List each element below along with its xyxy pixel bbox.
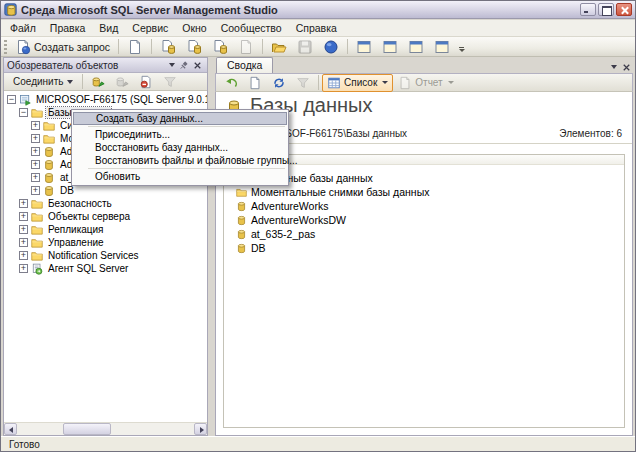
window-layout-button-4[interactable] — [429, 37, 455, 57]
database-icon — [43, 172, 55, 184]
list-item-database-snapshots[interactable]: Моментальные снимки базы данных — [236, 185, 624, 199]
scrollbar-thumb[interactable] — [63, 423, 111, 435]
window-layout-button-3[interactable] — [403, 37, 429, 57]
list-item-adventureworks[interactable]: AdventureWorks — [236, 199, 624, 213]
collapse-icon[interactable] — [19, 108, 28, 117]
expand-icon[interactable] — [19, 238, 28, 247]
tree-item-sql-server-agent[interactable]: Агент SQL Server — [4, 262, 207, 275]
connect-database-icon — [91, 75, 105, 89]
auto-hide-pin-button[interactable] — [178, 59, 191, 71]
item-count: Элементов: 6 — [559, 128, 622, 139]
tree-item-server-objects[interactable]: Объекты сервера — [4, 210, 207, 223]
expand-icon[interactable] — [19, 212, 28, 221]
blank-document-icon — [238, 39, 254, 55]
expand-icon[interactable] — [19, 251, 28, 260]
filter-button[interactable] — [158, 73, 182, 91]
blank-document-button[interactable] — [233, 37, 259, 57]
databases-listbox: Системные базы данных Моментальные снимк… — [223, 154, 625, 428]
stop-button[interactable] — [134, 73, 158, 91]
connect-button[interactable]: Соединить — [7, 74, 79, 89]
back-button[interactable] — [219, 74, 243, 92]
close-tab-button[interactable] — [620, 61, 633, 73]
maximize-button[interactable] — [598, 3, 614, 16]
tab-list-button[interactable] — [607, 61, 620, 73]
report-view-button[interactable]: Отчет — [393, 74, 458, 92]
databases-context-menu: Создать базу данных... Присоединить... В… — [71, 109, 289, 186]
expand-icon[interactable] — [19, 199, 28, 208]
toolbar-overflow-button[interactable] — [457, 40, 466, 54]
list-item-db[interactable]: DB — [236, 241, 624, 255]
status-text: Готово — [9, 439, 40, 450]
new-query-button[interactable]: Создать запрос — [10, 37, 115, 57]
tree-item-label: Управление — [46, 237, 106, 248]
menu-edit[interactable]: Правка — [43, 20, 92, 36]
app-icon — [4, 3, 17, 16]
window-layout-button-2[interactable] — [377, 37, 403, 57]
menu-bar: Файл Правка Вид Сервис Окно Сообщество С… — [1, 20, 635, 37]
menu-item-restore-files[interactable]: Восстановить файлы и файловые группы... — [73, 154, 287, 167]
tree-item-replication[interactable]: Репликация — [4, 223, 207, 236]
scroll-right-button[interactable] — [194, 423, 207, 435]
tab-summary[interactable]: Сводка — [216, 57, 273, 73]
minimize-button[interactable] — [580, 3, 596, 16]
list-view-button[interactable]: Список — [322, 74, 393, 92]
list-item-at-635-2-pas[interactable]: at_635-2_pas — [236, 227, 624, 241]
filter-button-summary[interactable] — [291, 74, 315, 92]
report-view-label: Отчет — [415, 77, 442, 88]
object-explorer-title: Обозреватель объектов — [7, 60, 165, 71]
title-bar: Среда Microsoft SQL Server Management St… — [1, 1, 635, 19]
save-button[interactable] — [292, 37, 318, 57]
new-document-button[interactable] — [122, 37, 148, 57]
details-button[interactable] — [243, 74, 267, 92]
tree-item-notification-services[interactable]: Notification Services — [4, 249, 207, 262]
tree-item-management[interactable]: Управление — [4, 236, 207, 249]
expand-icon[interactable] — [31, 121, 40, 130]
menu-window[interactable]: Окно — [175, 20, 213, 36]
tree-item-label: MICROSOF-F66175 (SQL Server 9.0.1399 - M… — [34, 94, 207, 105]
new-database-doc-button-1[interactable] — [155, 37, 181, 57]
tree-item-server[interactable]: MICROSOF-F66175 (SQL Server 9.0.1399 - M… — [4, 93, 207, 106]
collapse-icon[interactable] — [7, 95, 16, 104]
expand-icon[interactable] — [31, 160, 40, 169]
menu-community[interactable]: Сообщество — [214, 20, 289, 36]
expand-icon[interactable] — [31, 186, 40, 195]
menu-file[interactable]: Файл — [3, 20, 43, 36]
window-layout-button-1[interactable] — [351, 37, 377, 57]
list-item-system-databases[interactable]: Системные базы данных — [236, 171, 624, 185]
pin-icon — [179, 60, 190, 71]
menu-view[interactable]: Вид — [92, 20, 125, 36]
connect-database-button[interactable] — [86, 73, 110, 91]
menu-item-new-database[interactable]: Создать базу данных... — [73, 112, 287, 125]
server-icon — [19, 94, 31, 106]
new-database-doc-button-3[interactable] — [207, 37, 233, 57]
close-icon — [192, 60, 203, 71]
menu-tools[interactable]: Сервис — [125, 20, 175, 36]
solution-button[interactable] — [318, 37, 344, 57]
expand-icon[interactable] — [31, 134, 40, 143]
expand-icon[interactable] — [19, 225, 28, 234]
menu-help[interactable]: Справка — [289, 20, 344, 36]
object-explorer-toolbar: Соединить — [4, 73, 207, 91]
toolbar-grip[interactable] — [4, 40, 7, 54]
menu-item-refresh[interactable]: Обновить — [73, 170, 287, 183]
menu-item-attach[interactable]: Присоединить... — [73, 128, 287, 141]
window-position-button[interactable] — [165, 59, 178, 71]
menu-item-restore-database[interactable]: Восстановить базу данных... — [73, 141, 287, 154]
new-database-doc-button-2[interactable] — [181, 37, 207, 57]
expand-icon[interactable] — [31, 147, 40, 156]
disconnect-database-button[interactable] — [110, 73, 134, 91]
scrollbar-track[interactable] — [17, 423, 194, 435]
close-button[interactable] — [616, 3, 632, 16]
refresh-button[interactable] — [267, 74, 291, 92]
expand-icon[interactable] — [31, 173, 40, 182]
database-icon — [236, 215, 247, 226]
tree-item-security[interactable]: Безопасность — [4, 197, 207, 210]
list-item-label: Моментальные снимки базы данных — [251, 186, 429, 198]
scroll-left-button[interactable] — [4, 423, 17, 435]
close-panel-button[interactable] — [191, 59, 204, 71]
open-file-button[interactable] — [266, 37, 292, 57]
standard-toolbar: Создать запрос — [1, 37, 635, 57]
menu-item-label: Создать базу данных... — [96, 113, 203, 124]
list-item-adventureworksdw[interactable]: AdventureWorksDW — [236, 213, 624, 227]
expand-icon[interactable] — [19, 264, 28, 273]
